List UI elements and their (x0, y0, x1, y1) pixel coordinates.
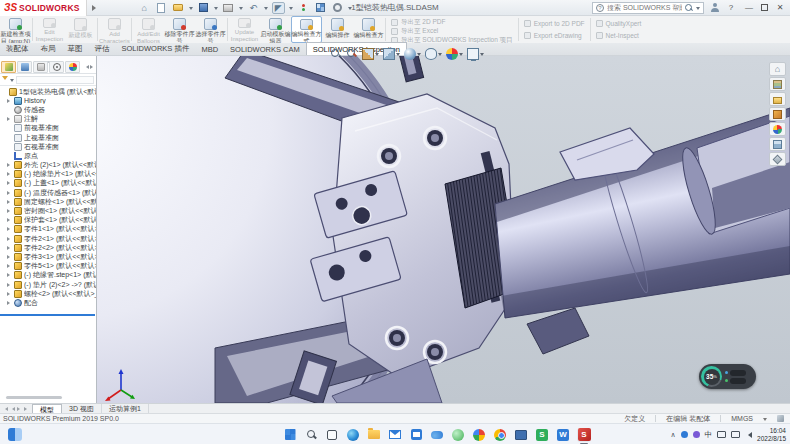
save-caret-icon[interactable] (214, 7, 218, 12)
panel-splitter[interactable] (0, 314, 95, 316)
design-library-tab[interactable] (769, 77, 786, 91)
store-button[interactable] (409, 428, 423, 442)
solidworks-logo[interactable]: ЗS SOLIDWORKS (0, 0, 87, 16)
tree-item[interactable]: 零件5<1> (默认<<默认>_显示状态 (0, 262, 96, 271)
tree-item[interactable]: 传感器 (0, 105, 96, 114)
expand-arrow-icon[interactable] (7, 99, 12, 103)
remote-app-button[interactable] (514, 428, 528, 442)
select-tool-icon[interactable]: ◤ (272, 2, 285, 14)
edit-appearance-button[interactable] (446, 48, 463, 60)
network-icon[interactable] (731, 431, 740, 438)
filter-input[interactable] (16, 76, 94, 84)
expand-arrow-icon[interactable] (7, 292, 12, 296)
solidworks-app-button[interactable]: S (577, 428, 591, 442)
options-caret-icon[interactable] (348, 7, 352, 12)
expand-arrow-icon[interactable] (7, 273, 12, 277)
tab-scroll-right-icon[interactable] (90, 65, 95, 69)
tree-item[interactable]: (-) 绝缘管.step<1> (默认<<默认> (0, 271, 96, 280)
tab-sw-cam[interactable]: SOLIDWORKS CAM (224, 43, 306, 55)
tab-mbd[interactable]: MBD (195, 43, 224, 55)
clock[interactable]: 16:04 2022/8/15 (757, 427, 786, 442)
tab-scroll-left-icon[interactable] (84, 65, 89, 69)
save-icon[interactable] (197, 2, 210, 14)
tab-layout[interactable]: 布局 (35, 42, 62, 55)
configuration-manager-tab[interactable] (33, 61, 48, 73)
help-search-scope-icon[interactable]: ? (596, 4, 604, 12)
new-inspection-project-button[interactable]: 新建检查项目 (amp;N) (0, 16, 31, 43)
file-explorer-tab[interactable] (769, 92, 786, 106)
model-tab[interactable]: 模型 (32, 404, 62, 414)
search-icon[interactable] (685, 4, 693, 12)
hide-show-items-button[interactable] (425, 48, 442, 60)
tree-item[interactable]: (-) 上盖<1> (默认<<默认>_显示状 (0, 179, 96, 188)
home-icon[interactable]: ⌂ (138, 2, 151, 14)
touch-keyboard-icon[interactable] (717, 431, 726, 438)
expand-arrow-icon[interactable] (7, 246, 12, 250)
tree-item[interactable]: 零件2<1> (默认<<默认>_显示状态 (0, 234, 96, 243)
orientation-caret-icon[interactable] (396, 53, 400, 58)
expand-arrow-icon[interactable] (7, 227, 12, 231)
section-view-button[interactable] (362, 48, 379, 60)
tree-item[interactable]: 保护套<1> (默认<<默认>_显示状 (0, 216, 96, 225)
tree-item[interactable]: (-) 绝缘垫片<1> (默认<<默认>_显 (0, 170, 96, 179)
search-caret-icon[interactable] (696, 7, 700, 12)
graphics-viewport[interactable] (97, 56, 790, 403)
feature-tree-tab[interactable] (1, 61, 16, 73)
tree-item[interactable]: 固定螺栓<1> (默认<<默认>_显示状 (0, 197, 96, 206)
file-explorer-button[interactable] (367, 428, 381, 442)
select-balloon-button[interactable]: 选择零件序号 (195, 16, 226, 43)
custom-properties-tab[interactable] (769, 137, 786, 151)
tree-item[interactable]: 螺栓<2> (默认<<默认>_显示状态 (0, 289, 96, 298)
file-properties-icon[interactable] (314, 2, 327, 14)
tree-item[interactable]: 零件3<1> (默认<<默认>_显示状态 (0, 252, 96, 261)
options-gear-icon[interactable] (331, 2, 344, 14)
tree-item[interactable]: (-) 垫片 (2)<2> ->? (默认<<默认 (0, 280, 96, 289)
tab-nav-next-icon[interactable] (17, 407, 22, 411)
tree-item[interactable]: 上视基准面 (0, 133, 96, 142)
volume-icon[interactable] (745, 432, 752, 438)
tree-item[interactable]: History (0, 96, 96, 105)
tree-item[interactable]: 原点 (0, 151, 96, 160)
display-manager-tab[interactable] (65, 61, 80, 73)
edit-operation-button[interactable]: 编辑操作 (322, 16, 353, 43)
tray-app-icon[interactable] (681, 431, 688, 438)
lock-toggle-icon[interactable] (730, 370, 746, 376)
tab-nav-prev-icon[interactable] (10, 407, 15, 411)
solidworks-resources-tab[interactable]: ⌂ (769, 62, 786, 76)
mail-button[interactable] (388, 428, 402, 442)
display-style-caret-icon[interactable] (417, 53, 421, 58)
tree-item[interactable]: 前视基准面 (0, 124, 96, 133)
new-document-icon[interactable] (155, 2, 168, 14)
tree-item[interactable]: 密封圈<1> (默认<<默认>_显示状 (0, 206, 96, 215)
expand-arrow-icon[interactable] (7, 117, 12, 121)
ime-indicator[interactable]: 中 (705, 430, 713, 440)
tree-item-mates[interactable]: 配合 (0, 298, 96, 307)
help-search-box[interactable]: ? (592, 2, 704, 14)
tree-item[interactable]: 右视基准面 (0, 142, 96, 151)
remove-balloon-button[interactable]: 移除零件序号 (164, 16, 195, 43)
filter-caret-icon[interactable] (10, 79, 14, 84)
appearance-caret-icon[interactable] (459, 53, 463, 58)
launch-template-editor-button[interactable]: 启动模板编辑器 (260, 16, 291, 43)
antivirus-app-button[interactable] (451, 428, 465, 442)
expand-arrow-icon[interactable] (7, 255, 12, 259)
undo-icon[interactable]: ↶ (247, 2, 260, 14)
login-user-icon[interactable] (710, 3, 719, 12)
lock-toggle-icon[interactable] (730, 378, 746, 384)
expand-arrow-icon[interactable] (7, 191, 12, 195)
property-manager-tab[interactable] (17, 61, 32, 73)
search-input[interactable] (607, 4, 682, 11)
display-style-button[interactable] (404, 48, 421, 60)
widgets-button[interactable] (8, 428, 22, 441)
print-icon[interactable] (222, 2, 235, 14)
view-settings-caret-icon[interactable] (480, 53, 484, 58)
restore-button[interactable] (761, 4, 768, 11)
zoom-to-fit-button[interactable] (330, 48, 342, 60)
tab-assembly[interactable]: 装配体 (0, 42, 35, 55)
open-caret-icon[interactable] (189, 7, 193, 12)
expand-arrow-icon[interactable] (7, 218, 12, 222)
appearances-scenes-tab[interactable] (769, 122, 786, 136)
tab-nav-first-icon[interactable] (3, 407, 8, 411)
browser-app-button[interactable] (472, 428, 486, 442)
zoom-to-area-button[interactable] (346, 48, 358, 60)
